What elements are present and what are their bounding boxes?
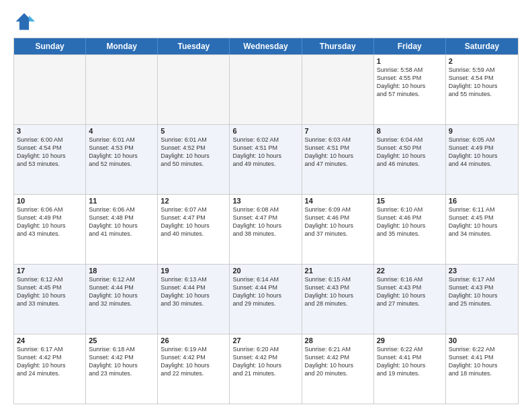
weekday-header: Friday [374, 38, 446, 54]
day-number: 9 [449, 127, 515, 135]
calendar-body: 1Sunrise: 5:58 AM Sunset: 4:55 PM Daylig… [14, 54, 518, 404]
day-cell: 17Sunrise: 6:12 AM Sunset: 4:45 PM Dayli… [14, 265, 86, 334]
page: SundayMondayTuesdayWednesdayThursdayFrid… [0, 0, 532, 411]
day-number: 24 [17, 336, 83, 345]
weekday-header: Sunday [14, 38, 86, 54]
day-info: Sunrise: 6:17 AM Sunset: 4:43 PM Dayligh… [449, 275, 515, 308]
day-info: Sunrise: 6:10 AM Sunset: 4:46 PM Dayligh… [377, 205, 443, 238]
day-cell: 24Sunrise: 6:17 AM Sunset: 4:42 PM Dayli… [14, 334, 86, 404]
day-number: 8 [377, 127, 443, 135]
empty-cell [302, 55, 374, 124]
day-info: Sunrise: 6:05 AM Sunset: 4:49 PM Dayligh… [449, 136, 515, 169]
header [13, 11, 519, 32]
day-cell: 20Sunrise: 6:14 AM Sunset: 4:44 PM Dayli… [230, 265, 302, 334]
logo-icon [13, 11, 35, 32]
day-info: Sunrise: 6:11 AM Sunset: 4:45 PM Dayligh… [449, 205, 515, 238]
day-number: 20 [232, 267, 298, 275]
day-info: Sunrise: 6:01 AM Sunset: 4:53 PM Dayligh… [89, 136, 154, 169]
day-number: 5 [161, 127, 226, 135]
day-info: Sunrise: 6:02 AM Sunset: 4:51 PM Dayligh… [232, 136, 298, 169]
day-cell: 18Sunrise: 6:12 AM Sunset: 4:44 PM Dayli… [86, 265, 158, 334]
day-cell: 30Sunrise: 6:22 AM Sunset: 4:41 PM Dayli… [446, 334, 518, 404]
day-number: 27 [232, 336, 298, 345]
day-info: Sunrise: 6:00 AM Sunset: 4:54 PM Dayligh… [17, 136, 83, 169]
day-number: 1 [377, 57, 443, 65]
day-cell: 2Sunrise: 5:59 AM Sunset: 4:54 PM Daylig… [446, 55, 518, 124]
day-info: Sunrise: 6:12 AM Sunset: 4:44 PM Dayligh… [89, 275, 154, 308]
day-info: Sunrise: 5:59 AM Sunset: 4:54 PM Dayligh… [449, 66, 515, 99]
day-number: 7 [305, 127, 371, 135]
day-number: 11 [89, 197, 154, 205]
day-info: Sunrise: 6:06 AM Sunset: 4:49 PM Dayligh… [17, 205, 83, 238]
day-cell: 19Sunrise: 6:13 AM Sunset: 4:44 PM Dayli… [158, 265, 230, 334]
day-info: Sunrise: 6:22 AM Sunset: 4:41 PM Dayligh… [449, 345, 515, 378]
day-number: 4 [89, 127, 154, 135]
day-info: Sunrise: 6:16 AM Sunset: 4:43 PM Dayligh… [377, 275, 443, 308]
day-number: 18 [89, 267, 154, 275]
day-info: Sunrise: 6:13 AM Sunset: 4:44 PM Dayligh… [161, 275, 226, 308]
day-number: 10 [17, 197, 83, 205]
svg-marker-1 [29, 15, 35, 21]
day-cell: 23Sunrise: 6:17 AM Sunset: 4:43 PM Dayli… [446, 265, 518, 334]
day-cell: 12Sunrise: 6:07 AM Sunset: 4:47 PM Dayli… [158, 195, 230, 264]
day-number: 19 [161, 267, 226, 275]
day-info: Sunrise: 6:18 AM Sunset: 4:42 PM Dayligh… [89, 345, 154, 378]
day-cell: 10Sunrise: 6:06 AM Sunset: 4:49 PM Dayli… [14, 195, 86, 264]
weekday-header: Wednesday [230, 38, 302, 54]
day-cell: 9Sunrise: 6:05 AM Sunset: 4:49 PM Daylig… [446, 125, 518, 194]
day-info: Sunrise: 6:22 AM Sunset: 4:41 PM Dayligh… [377, 345, 443, 378]
day-cell: 6Sunrise: 6:02 AM Sunset: 4:51 PM Daylig… [230, 125, 302, 194]
calendar-row: 3Sunrise: 6:00 AM Sunset: 4:54 PM Daylig… [14, 124, 518, 194]
calendar: SundayMondayTuesdayWednesdayThursdayFrid… [13, 38, 519, 404]
day-number: 14 [305, 197, 371, 205]
day-info: Sunrise: 6:07 AM Sunset: 4:47 PM Dayligh… [161, 205, 226, 238]
day-number: 23 [449, 267, 515, 275]
day-number: 25 [89, 336, 154, 345]
day-info: Sunrise: 5:58 AM Sunset: 4:55 PM Dayligh… [377, 66, 443, 99]
calendar-header: SundayMondayTuesdayWednesdayThursdayFrid… [14, 38, 518, 54]
day-cell: 1Sunrise: 5:58 AM Sunset: 4:55 PM Daylig… [374, 55, 446, 124]
day-info: Sunrise: 6:09 AM Sunset: 4:46 PM Dayligh… [305, 205, 371, 238]
day-number: 12 [161, 197, 226, 205]
day-info: Sunrise: 6:08 AM Sunset: 4:47 PM Dayligh… [232, 205, 298, 238]
day-number: 13 [232, 197, 298, 205]
day-cell: 4Sunrise: 6:01 AM Sunset: 4:53 PM Daylig… [86, 125, 158, 194]
day-number: 29 [377, 336, 443, 345]
weekday-header: Monday [86, 38, 158, 54]
day-number: 15 [377, 197, 443, 205]
day-info: Sunrise: 6:01 AM Sunset: 4:52 PM Dayligh… [161, 136, 226, 169]
day-cell: 21Sunrise: 6:15 AM Sunset: 4:43 PM Dayli… [302, 265, 374, 334]
empty-cell [230, 55, 302, 124]
day-number: 6 [232, 127, 298, 135]
day-cell: 16Sunrise: 6:11 AM Sunset: 4:45 PM Dayli… [446, 195, 518, 264]
day-number: 3 [17, 127, 83, 135]
day-number: 22 [377, 267, 443, 275]
day-cell: 25Sunrise: 6:18 AM Sunset: 4:42 PM Dayli… [86, 334, 158, 404]
day-cell: 29Sunrise: 6:22 AM Sunset: 4:41 PM Dayli… [374, 334, 446, 404]
weekday-header: Tuesday [158, 38, 230, 54]
day-cell: 26Sunrise: 6:19 AM Sunset: 4:42 PM Dayli… [158, 334, 230, 404]
day-info: Sunrise: 6:06 AM Sunset: 4:48 PM Dayligh… [89, 205, 154, 238]
day-info: Sunrise: 6:20 AM Sunset: 4:42 PM Dayligh… [232, 345, 298, 378]
empty-cell [14, 55, 86, 124]
day-info: Sunrise: 6:19 AM Sunset: 4:42 PM Dayligh… [161, 345, 226, 378]
day-cell: 13Sunrise: 6:08 AM Sunset: 4:47 PM Dayli… [230, 195, 302, 264]
calendar-row: 10Sunrise: 6:06 AM Sunset: 4:49 PM Dayli… [14, 194, 518, 264]
day-cell: 8Sunrise: 6:04 AM Sunset: 4:50 PM Daylig… [374, 125, 446, 194]
calendar-row: 17Sunrise: 6:12 AM Sunset: 4:45 PM Dayli… [14, 264, 518, 334]
day-cell: 22Sunrise: 6:16 AM Sunset: 4:43 PM Dayli… [374, 265, 446, 334]
day-cell: 28Sunrise: 6:21 AM Sunset: 4:42 PM Dayli… [302, 334, 374, 404]
day-number: 17 [17, 267, 83, 275]
day-info: Sunrise: 6:21 AM Sunset: 4:42 PM Dayligh… [305, 345, 371, 378]
day-number: 16 [449, 197, 515, 205]
logo [13, 11, 38, 32]
empty-cell [86, 55, 158, 124]
day-number: 26 [161, 336, 226, 345]
calendar-row: 24Sunrise: 6:17 AM Sunset: 4:42 PM Dayli… [14, 334, 518, 404]
day-cell: 5Sunrise: 6:01 AM Sunset: 4:52 PM Daylig… [158, 125, 230, 194]
day-info: Sunrise: 6:17 AM Sunset: 4:42 PM Dayligh… [17, 345, 83, 378]
day-number: 21 [305, 267, 371, 275]
day-cell: 27Sunrise: 6:20 AM Sunset: 4:42 PM Dayli… [230, 334, 302, 404]
empty-cell [158, 55, 230, 124]
day-cell: 11Sunrise: 6:06 AM Sunset: 4:48 PM Dayli… [86, 195, 158, 264]
